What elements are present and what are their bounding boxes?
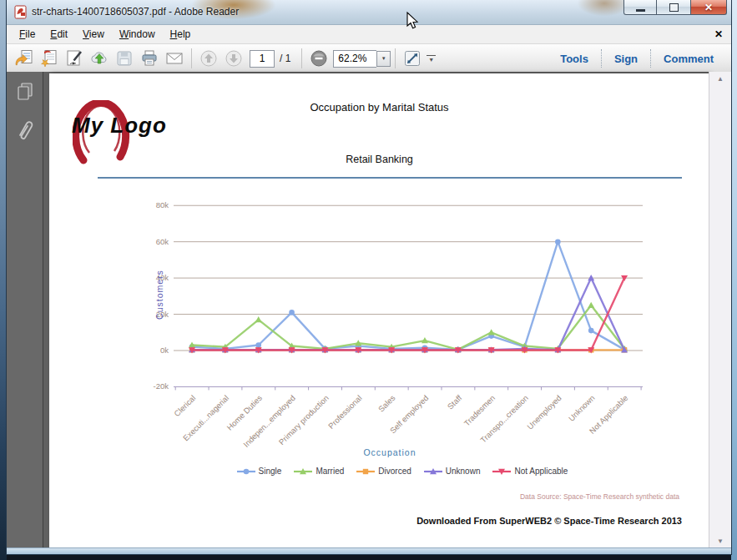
minimize-button[interactable] xyxy=(623,0,657,15)
restore-button[interactable] xyxy=(657,0,690,15)
next-page-icon xyxy=(224,48,244,68)
close-window-button[interactable]: ✕ xyxy=(690,0,727,15)
attachments-icon[interactable] xyxy=(15,119,35,142)
legend-label: Divorced xyxy=(378,467,411,476)
menu-file[interactable]: File xyxy=(12,27,43,42)
desktop-edge-right xyxy=(731,0,737,560)
previous-page-icon xyxy=(199,48,219,68)
legend-item: Divorced xyxy=(356,467,411,476)
legend-label: Not Applicable xyxy=(514,467,568,476)
legend-item: Unknown xyxy=(424,467,481,476)
toolbar: / 1 ▼ ▼ Tools Sign xyxy=(7,44,731,73)
legend-label: Unknown xyxy=(446,467,481,476)
legend-marker-icon xyxy=(356,467,375,476)
pdf-file-icon xyxy=(13,5,28,19)
toolbar-separator xyxy=(191,48,192,68)
previous-page-button[interactable] xyxy=(196,47,221,70)
chart-legend: SingleMarriedDivorcedUnknownNot Applicab… xyxy=(49,467,709,476)
legend-marker-icon xyxy=(424,467,442,476)
svg-text:Staff: Staff xyxy=(446,393,464,411)
minimize-icon xyxy=(636,9,645,12)
svg-text:0k: 0k xyxy=(160,346,169,355)
adobe-reader-window: str-charts-1400718605037.pdf - Adobe Rea… xyxy=(6,0,732,555)
svg-text:Unknown: Unknown xyxy=(567,393,597,423)
document-pane: Occupation by Marital Status Retail Bank… xyxy=(43,72,731,548)
fit-window-icon xyxy=(402,48,422,68)
save-button[interactable] xyxy=(112,47,137,70)
toolbar-separator xyxy=(395,48,396,68)
svg-text:60k: 60k xyxy=(156,237,169,246)
svg-text:Customers: Customers xyxy=(154,270,164,320)
create-pdf-button[interactable] xyxy=(37,47,62,70)
svg-text:Clerical: Clerical xyxy=(172,393,197,418)
fit-window-button[interactable] xyxy=(400,47,425,70)
email-button[interactable] xyxy=(162,47,187,70)
mouse-cursor xyxy=(406,12,419,30)
legend-item: Single xyxy=(237,467,282,476)
downloaded-note: Downloaded From SuperWEB2 © Space-Time R… xyxy=(416,516,682,526)
svg-text:80k: 80k xyxy=(156,200,169,209)
save-icon xyxy=(114,48,134,68)
legend-marker-icon xyxy=(237,467,255,476)
cloud-upload-button[interactable] xyxy=(87,47,112,70)
email-icon xyxy=(164,48,184,68)
pdf-page: Occupation by Marital Status Retail Bank… xyxy=(49,73,709,548)
sign-document-icon xyxy=(64,48,84,68)
tools-button[interactable]: Tools xyxy=(548,53,601,65)
create-pdf-icon xyxy=(39,48,59,68)
svg-text:Tradesmen: Tradesmen xyxy=(462,393,497,428)
more-tools-icon[interactable]: ▼ xyxy=(427,55,436,63)
legend-marker-icon xyxy=(492,467,511,476)
chart-svg: 80k60k40k20k0k-20kClericalExecuti...nage… xyxy=(49,73,709,548)
close-icon: ✕ xyxy=(704,2,713,13)
zoom-out-icon xyxy=(309,48,329,68)
zoom-out-button[interactable] xyxy=(306,47,331,70)
chevron-down-icon: ▼ xyxy=(381,56,386,61)
window-bottom-frame xyxy=(7,547,731,554)
page-total-label: / 1 xyxy=(280,53,290,64)
cloud-upload-icon xyxy=(89,48,109,68)
next-page-button[interactable] xyxy=(221,47,246,70)
svg-text:Occupation: Occupation xyxy=(363,447,416,457)
zoom-dropdown-button[interactable]: ▼ xyxy=(376,51,391,67)
svg-text:Unemployed: Unemployed xyxy=(525,393,563,431)
menu-bar: FileEditViewWindowHelp ✕ xyxy=(7,25,731,44)
menu-edit[interactable]: Edit xyxy=(43,27,75,42)
toolbar-separator xyxy=(301,48,302,68)
close-document-button[interactable]: ✕ xyxy=(706,28,731,40)
menu-view[interactable]: View xyxy=(75,27,112,42)
page-thumbnails-icon[interactable] xyxy=(16,82,34,102)
vertical-scrollbar[interactable]: ▲ ▼ xyxy=(709,72,731,548)
menu-help[interactable]: Help xyxy=(163,27,199,42)
window-title: str-charts-1400718605037.pdf - Adobe Rea… xyxy=(32,0,239,24)
restore-icon xyxy=(669,3,679,12)
svg-text:-20k: -20k xyxy=(154,381,169,391)
svg-text:Professional: Professional xyxy=(326,393,364,431)
scroll-down-icon[interactable]: ▼ xyxy=(709,537,731,545)
legend-marker-icon xyxy=(294,467,312,476)
legend-item: Married xyxy=(294,467,344,476)
print-icon xyxy=(139,48,159,68)
comment-button[interactable]: Comment xyxy=(651,53,726,65)
sign-document-button[interactable] xyxy=(62,47,87,70)
legend-label: Single xyxy=(259,467,282,476)
title-bar: str-charts-1400718605037.pdf - Adobe Rea… xyxy=(7,0,731,25)
page-number-input[interactable] xyxy=(250,50,275,68)
scroll-up-icon[interactable]: ▲ xyxy=(709,75,731,83)
sign-button[interactable]: Sign xyxy=(602,53,650,65)
zoom-level-input[interactable] xyxy=(333,50,376,68)
open-button[interactable] xyxy=(12,47,37,70)
legend-label: Married xyxy=(315,467,344,476)
legend-item: Not Applicable xyxy=(492,467,568,476)
data-source-note: Data Source: Space-Time Research synthet… xyxy=(520,492,679,501)
menu-window[interactable]: Window xyxy=(112,27,163,42)
print-button[interactable] xyxy=(137,47,162,70)
navigation-sidebar xyxy=(7,72,43,548)
svg-text:Sales: Sales xyxy=(376,393,397,414)
open-icon xyxy=(14,48,34,68)
